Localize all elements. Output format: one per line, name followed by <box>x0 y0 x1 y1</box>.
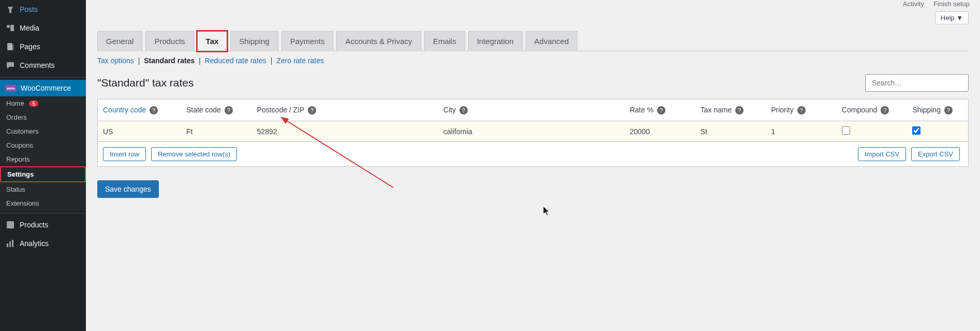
subtab-zero-rates[interactable]: Zero rate rates <box>276 56 324 65</box>
remove-rows-button[interactable]: Remove selected row(s) <box>151 147 237 161</box>
compound-checkbox[interactable] <box>842 126 850 135</box>
admin-sidebar: Posts Media Pages Comments woo WooCommer… <box>0 0 86 331</box>
subtab-reduced-rates[interactable]: Reduced rate rates <box>205 56 266 65</box>
sidebar-item-products[interactable]: Products <box>0 215 86 234</box>
tax-rates-table: Country code ? State code ? Postcode / Z… <box>97 99 969 167</box>
col-priority: Priority <box>771 106 794 114</box>
sidebar-sub-home[interactable]: Home 5 <box>0 96 86 110</box>
cell-priority[interactable]: 1 <box>766 121 837 142</box>
svg-rect-7 <box>12 240 13 247</box>
help-icon[interactable]: ? <box>881 106 889 114</box>
export-csv-button[interactable]: Export CSV <box>911 147 960 161</box>
tab-payments[interactable]: Payments <box>281 31 334 51</box>
sidebar-item-pages[interactable]: Pages <box>0 37 86 56</box>
cell-postcode[interactable]: 52892 <box>252 121 438 142</box>
insert-row-button[interactable]: Insert row <box>103 147 146 161</box>
sidebar-item-woocommerce[interactable]: woo WooCommerce <box>0 80 86 96</box>
help-icon[interactable]: ? <box>797 106 806 114</box>
sidebar-sub-status[interactable]: Status <box>0 182 86 196</box>
sidebar-item-label: WooCommerce <box>21 84 71 92</box>
col-shipping: Shipping <box>912 106 941 114</box>
tab-accounts[interactable]: Accounts & Privacy <box>336 31 421 51</box>
help-icon[interactable]: ? <box>150 106 158 114</box>
col-city: City <box>443 106 456 114</box>
sidebar-item-label: Posts <box>20 5 38 13</box>
sidebar-item-posts[interactable]: Posts <box>0 0 86 19</box>
products-icon <box>5 220 16 230</box>
media-icon <box>5 23 16 33</box>
save-changes-button[interactable]: Save changes <box>97 180 159 198</box>
svg-rect-6 <box>9 241 11 247</box>
import-csv-button[interactable]: Import CSV <box>858 147 906 161</box>
finish-setup-link[interactable]: Finish setup <box>933 0 970 8</box>
help-icon[interactable]: ? <box>735 106 744 114</box>
cell-taxname[interactable]: St <box>695 121 766 142</box>
svg-rect-4 <box>7 221 14 228</box>
col-compound: Compound <box>842 106 878 114</box>
svg-point-0 <box>7 25 10 28</box>
col-rate: Rate % <box>630 106 654 114</box>
cell-city[interactable]: california <box>438 121 625 142</box>
sidebar-sub-coupons[interactable]: Coupons <box>0 138 86 152</box>
sidebar-item-comments[interactable]: Comments <box>0 56 86 75</box>
sidebar-item-label: Analytics <box>20 239 49 248</box>
search-input[interactable] <box>865 74 969 92</box>
cell-shipping <box>907 121 968 142</box>
sidebar-sub-extensions[interactable]: Extensions <box>0 196 86 210</box>
col-state: State code <box>186 106 221 114</box>
tab-general[interactable]: General <box>97 31 142 51</box>
col-country-sort[interactable]: Country code <box>103 106 146 114</box>
settings-tabs: General Products Tax Shipping Payments A… <box>97 31 969 51</box>
tab-integration[interactable]: Integration <box>468 31 523 51</box>
activity-link[interactable]: Activity <box>903 0 924 8</box>
woocommerce-icon: woo <box>5 84 17 92</box>
cell-rate[interactable]: 20000 <box>625 121 695 142</box>
badge-count: 5 <box>29 100 38 107</box>
subtab-standard-rates[interactable]: Standard rates <box>144 56 195 65</box>
sidebar-item-label: Products <box>20 221 48 229</box>
help-icon[interactable]: ? <box>308 106 316 114</box>
cell-state[interactable]: Ft <box>181 121 252 142</box>
sidebar-item-label: Media <box>20 24 39 32</box>
cell-country[interactable]: US <box>98 121 181 142</box>
pin-icon <box>5 4 16 15</box>
sidebar-item-label: Pages <box>20 42 40 51</box>
table-row[interactable]: US Ft 52892 california 20000 St 1 <box>98 121 969 142</box>
sidebar-item-label: Comments <box>20 61 55 69</box>
col-postcode: Postcode / ZIP <box>257 106 305 114</box>
sidebar-sub-reports[interactable]: Reports <box>0 152 86 166</box>
main-content: Activity Finish setup Help ▼ General Pro… <box>86 0 980 208</box>
help-icon[interactable]: ? <box>225 106 233 114</box>
shipping-checkbox[interactable] <box>912 126 920 135</box>
analytics-icon <box>5 238 16 249</box>
top-right-links: Activity Finish setup <box>903 0 970 8</box>
help-icon[interactable]: ? <box>657 106 665 114</box>
svg-rect-3 <box>9 45 14 50</box>
tax-subtabs: Tax options | Standard rates | Reduced r… <box>97 56 969 65</box>
tab-advanced[interactable]: Advanced <box>526 31 578 51</box>
comments-icon <box>5 60 16 70</box>
tab-products[interactable]: Products <box>145 31 194 51</box>
sidebar-sub-settings[interactable]: Settings <box>0 166 86 182</box>
help-button[interactable]: Help ▼ <box>935 11 969 24</box>
tab-shipping[interactable]: Shipping <box>230 31 278 51</box>
pages-icon <box>5 41 16 52</box>
cell-compound <box>837 121 908 142</box>
sidebar-sub-orders[interactable]: Orders <box>0 110 86 124</box>
svg-rect-5 <box>7 243 8 247</box>
help-icon[interactable]: ? <box>459 106 468 114</box>
page-title: "Standard" tax rates <box>97 77 194 89</box>
help-icon[interactable]: ? <box>944 106 953 114</box>
tab-tax[interactable]: Tax <box>197 31 228 51</box>
col-taxname: Tax name <box>701 106 732 114</box>
sidebar-item-media[interactable]: Media <box>0 19 86 37</box>
svg-rect-1 <box>10 25 14 31</box>
tab-emails[interactable]: Emails <box>424 31 465 51</box>
sidebar-sub-customers[interactable]: Customers <box>0 124 86 138</box>
subtab-tax-options[interactable]: Tax options <box>97 56 134 65</box>
sidebar-item-analytics[interactable]: Analytics <box>0 234 86 253</box>
